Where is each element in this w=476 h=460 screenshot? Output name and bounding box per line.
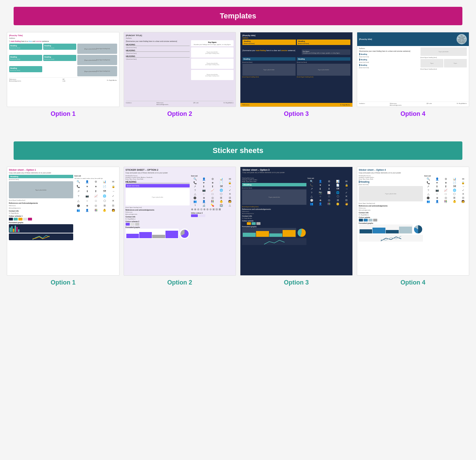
stk1-subtitle: Copy and paste any of these elements on … xyxy=(9,172,117,174)
opt1-heading-2: Heading[Insert text here] xyxy=(43,44,76,50)
opt3-heading-bar-1: Heading[Insert text here] xyxy=(242,40,296,45)
opt1-footer-refs: ReferencesAcknowledgements xyxy=(9,78,21,82)
opt2-figure-1: Figure placeholder[Insert figure heading… xyxy=(191,47,234,58)
stk2-text-box: [Insert text here] xyxy=(126,184,190,187)
stk2-right: Icon set 🔍👤⚙📊✉ 📞♥★📄🔒 ↗⬇⬆🗺→ ?📷📈🌐✓ △○□⬡✕ ⬤… xyxy=(191,175,234,239)
opt1-heading-4: Heading[Insert text here] xyxy=(43,55,76,61)
stk4-title: Sticker sheet – Option 4 xyxy=(359,169,467,171)
opt2-key-figure: Key figure Visualize your findings with … xyxy=(191,40,234,46)
stk1-left: Heading [Insert text here] Figure placeh… xyxy=(9,175,73,241)
stk1-title: Sticker sheet – Option 1 xyxy=(9,169,117,171)
opt2-text-3: • [Insert text here] xyxy=(126,58,190,60)
sticker-option-4-col[interactable]: Sticker sheet – Option 4 Copy and paste … xyxy=(357,167,470,286)
opt2-heading-row-1: HEADING • [Insert text here] xyxy=(126,44,190,48)
stk2-icon-grid: 🔍👤⚙📊✉ 📞♥★📄🔒 ↗⬇⬆🗺→ ?📷📈🌐✓ △○□⬡✕ ⬤◈◎⊞⊟ 👥👤👫👶… xyxy=(191,178,234,207)
stk3-figure: Figure placeholder xyxy=(242,189,306,205)
stk1-icon-grid: 🔍👤⚙📊✉ 📞♥★📄🔒 ↗⬇⬆🗺→ ?📷📈🌐✓ △○□⬡✕ ⬤◈◎⊞⊟ 👥👤👫👶… xyxy=(75,180,117,213)
stk4-right: Icon set 🔍👤⚙📊✉ 📞♥★📄🔒 ↗⬇⬆🗺→ ?📷📈🌐✓ △○□⬡✕ ⬤… xyxy=(424,175,467,242)
opt3-heading-label-1: Heading xyxy=(242,57,296,61)
opt4-footer-inst: Institution xyxy=(359,103,365,106)
opt4-body: Authors [Summarise your main finding her… xyxy=(357,46,469,71)
stk4-icon-grid: 🔍👤⚙📊✉ 📞♥★📄🔒 ↗⬇⬆🗺→ ?📷📈🌐✓ △○□⬡✕ ⬤◈◎⊞⊟ 👥👤👫👶… xyxy=(424,178,467,203)
opt1-figure-2: [Figure placeholder][Insert figure headi… xyxy=(77,55,117,65)
opt3-heading-col-2: Heading [Insert text here] Figure placeh… xyxy=(297,57,350,78)
stk1-body: Heading [Insert text here] Figure placeh… xyxy=(9,175,117,241)
stk4-figure: Figure placeholder xyxy=(359,186,423,201)
stk4-heading: Heading xyxy=(359,181,423,183)
template-card-4[interactable]: [Punchy title] Key figure/imageVisualize… xyxy=(357,32,470,107)
opt1-footer-author: Dr. Bright/Author xyxy=(107,79,117,81)
stk3-icon-grid: 🔍👤⚙📊✉ 📞♥★📄🔒 ↗⬇⬆🗺→ ?📷📈🌐✓ △○□⬡✕ ⬤◈◎⊞⊟ 👥👤👫👶… xyxy=(307,180,350,205)
template-option-2-col[interactable]: [PUNCHY TITLE] Authors [Summarise your m… xyxy=(124,32,236,118)
stk1-figure: Figure placeholder xyxy=(9,181,73,198)
sticker-option-3-col[interactable]: Sticker sheet – Option 3 Copy and paste … xyxy=(240,167,353,286)
opt2-left: [Summarise your main finding here in a c… xyxy=(126,40,190,81)
opt4-summary: [Summarise your main finding here in a c… xyxy=(359,50,419,52)
opt2-heading-row-2: HEADING • [Insert text here] xyxy=(126,49,190,54)
opt1-punchy-title: [Punchy Title] xyxy=(9,34,117,36)
templates-header-text: Templates xyxy=(220,12,256,20)
opt2-footer-inst: Institution xyxy=(126,102,132,105)
opt1-authors: Authors xyxy=(9,37,117,39)
opt4-heading-3: Heading xyxy=(359,64,419,66)
opt1-footer: ReferencesAcknowledgements QRcode Dr. Br… xyxy=(9,77,117,82)
opt3-authors: Authors xyxy=(242,37,350,39)
opt4-footer: Institution ReferencesAcknowledgements Q… xyxy=(357,102,469,107)
stk4-body: Heading/Text boxesHeading: Franklin Goth… xyxy=(359,175,467,242)
opt2-footer: Institution ReferencesAcknowledgements Q… xyxy=(126,101,234,105)
template-card-1[interactable]: [Punchy Title] Authors main finding here… xyxy=(7,32,120,107)
opt3-figure-placeholder-1: Figure placeholder xyxy=(242,64,296,76)
sticker-card-2[interactable]: STICKER SHEET – OPTION 2 Copy and paste … xyxy=(124,167,236,276)
opt2-text-1: • [Insert text here] xyxy=(126,47,190,48)
opt2-footer-author: Dr. Bright/Author xyxy=(223,102,234,105)
sticker-option-2-col[interactable]: STICKER SHEET – OPTION 2 Copy and paste … xyxy=(124,167,236,286)
opt1-heading-3: Heading[Insert text here] xyxy=(9,55,42,61)
template-card-2[interactable]: [PUNCHY TITLE] Authors [Summarise your m… xyxy=(124,32,236,107)
opt3-content-row: Heading [Insert text here] Figure placeh… xyxy=(240,56,352,79)
sticker-card-1[interactable]: Sticker sheet – Option 1 Copy and paste … xyxy=(7,167,120,276)
opt2-right: Key figure Visualize your findings with … xyxy=(191,40,234,81)
templates-section: Templates [Punchy Title] Authors main fi… xyxy=(0,0,476,121)
stickers-header-text: Sticker sheets xyxy=(212,146,263,155)
opt1-footer-qr: QRcode xyxy=(62,78,65,82)
opt4-figure-3: Figure xyxy=(444,59,467,67)
stickers-options-row: Sticker sheet – Option 1 Copy and paste … xyxy=(7,167,469,286)
templates-options-row: [Punchy Title] Authors main finding here… xyxy=(7,32,469,118)
template-option-3-col[interactable]: [Punchy title] Authors Heading[Insert te… xyxy=(240,32,353,118)
opt3-footer-refs: References xyxy=(242,104,249,106)
opt3-key-figure: Key figureVisualize your findings with a… xyxy=(302,49,350,55)
sticker-card-3[interactable]: Sticker sheet – Option 3 Copy and paste … xyxy=(240,167,353,276)
opt1-heading-5: Heading[Insert text here] xyxy=(9,66,42,72)
opt2-punchy-title: [PUNCHY TITLE] xyxy=(126,34,234,36)
opt4-left: Authors [Summarise your main finding her… xyxy=(359,47,419,70)
template-card-3[interactable]: [Punchy title] Authors Heading[Insert te… xyxy=(240,32,353,107)
stk3-heading: Heading xyxy=(242,183,306,186)
opt2-heading-3: HEADING xyxy=(126,55,190,58)
opt4-figures-row: Figure Figure xyxy=(421,59,467,68)
stk4-subtitle: Copy and paste any of these elements on … xyxy=(359,172,467,174)
sticker-card-4[interactable]: Sticker sheet – Option 4 Copy and paste … xyxy=(357,167,470,276)
opt2-heading-2: HEADING xyxy=(126,49,190,52)
sticker-option-1-label: Option 1 xyxy=(51,279,76,286)
stk2-heading: HEADING xyxy=(126,181,190,183)
template-option-1-col[interactable]: [Punchy Title] Authors main finding here… xyxy=(7,32,120,118)
stk1-heading-block: Heading [Insert text here] xyxy=(9,175,73,180)
opt3-heading-bars: Heading[Insert text here] Heading[Insert… xyxy=(242,40,350,45)
opt2-figure-2: Figure placeholder[Insert figure heading… xyxy=(191,59,234,69)
stk3-text: [Insert text here] xyxy=(242,187,306,189)
opt1-figure-1: [Figure placeholder][Insert figure headi… xyxy=(77,44,117,54)
stk4-left: Heading/Text boxesHeading: Franklin Goth… xyxy=(359,175,423,242)
opt4-footer-qr: QR code xyxy=(427,103,432,106)
opt4-footer-refs: ReferencesAcknowledgements xyxy=(390,103,402,106)
stk3-left: Heading/Text boxesHeading: Franklin Goth… xyxy=(242,177,306,245)
opt2-summary: [Summarise your main finding here in a c… xyxy=(126,40,190,42)
template-option-4-col[interactable]: [Punchy title] Key figure/imageVisualize… xyxy=(357,32,470,118)
stk3-title: Sticker sheet – Option 3 xyxy=(242,169,350,171)
sticker-option-1-col[interactable]: Sticker sheet – Option 1 Copy and paste … xyxy=(7,167,120,286)
opt2-footer-refs: ReferencesAcknowledgements xyxy=(157,102,169,105)
stk3-body: Heading/Text boxesHeading: Franklin Goth… xyxy=(240,176,352,246)
opt3-figure-placeholder-2: Figure placeholder xyxy=(297,64,350,76)
opt1-figure-3: [Figure placeholder][Insert figure headi… xyxy=(77,66,117,76)
opt1-heading-1: Heading[Insert text here] xyxy=(9,44,42,50)
opt4-authors: Authors xyxy=(359,47,419,49)
